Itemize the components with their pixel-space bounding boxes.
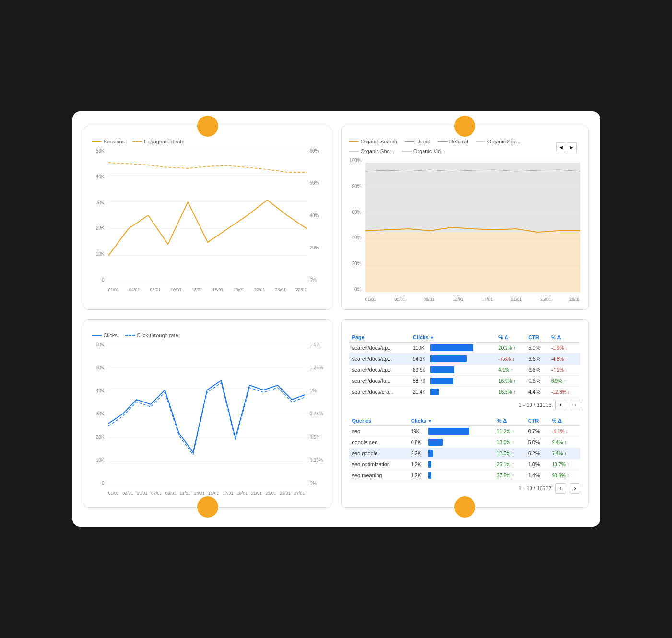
page-name: search/docs/cra... — [349, 387, 411, 398]
query-ctr: 1.0% — [525, 459, 549, 470]
table-row: search/docs/fu... 58.7K 16.9% ↑ 0.6% 6.9… — [349, 376, 580, 387]
page-ctr: 6.6% — [525, 365, 548, 376]
page-ctr: 6.6% — [525, 354, 548, 365]
y-axis-right-3: 1.5%1.25%1%0.75%0.5%0.25%0% — [308, 342, 323, 486]
page-ctr-delta: 6.9% ↑ — [548, 376, 580, 387]
query-ctr-delta: 7.4% ↑ — [549, 448, 580, 459]
svg-marker-14 — [365, 232, 580, 292]
page-clicks: 21.4K — [410, 387, 495, 398]
query-clicks: 1.2K — [408, 470, 494, 481]
page-ctr: 4.4% — [525, 387, 548, 398]
queries-col-query[interactable]: Queries — [349, 416, 408, 426]
query-clicks: 2.2K — [408, 448, 494, 459]
table-row: google seo 6.8K 13.0% ↑ 5.0% 9.4% ↑ — [349, 437, 580, 448]
query-delta-pct: 12.0% ↑ — [494, 448, 525, 459]
chart-nav-prev[interactable]: ◄ — [556, 142, 566, 152]
page-name: search/docs/fu... — [349, 376, 411, 387]
pages-col-delta1[interactable]: % Δ — [495, 332, 525, 343]
query-delta-pct: 25.1% ↑ — [494, 459, 525, 470]
query-name: seo meaning — [349, 470, 408, 481]
y-axis-left-1: 50K40K30K20K10K0 — [92, 148, 106, 283]
pages-table-section: Page Clicks % Δ CTR % Δ search/docs/ap..… — [349, 332, 580, 410]
pages-col-clicks[interactable]: Clicks — [410, 332, 495, 343]
queries-prev-button[interactable]: ‹ — [555, 483, 566, 494]
x-axis-3: 01/0103/0105/0107/0109/0111/0113/0115/01… — [108, 491, 305, 496]
x-axis-1: 01/0104/0107/0110/0113/0116/0119/0122/01… — [108, 287, 307, 292]
queries-col-delta1[interactable]: % Δ — [494, 416, 525, 426]
queries-col-delta2[interactable]: % Δ — [549, 416, 580, 426]
page-ctr-delta: -1.9% ↓ — [548, 343, 580, 354]
pages-col-ctr[interactable]: CTR — [525, 332, 548, 343]
pages-prev-button[interactable]: ‹ — [555, 400, 566, 410]
query-delta-pct: 13.0% ↑ — [494, 437, 525, 448]
query-name: seo — [349, 426, 408, 437]
chart-organic-traffic: 100%80%60%40%20%0% — [349, 158, 580, 302]
legend-clicks: Clicks — [92, 332, 118, 338]
legend-organic-vid: Organic Vid... — [402, 148, 445, 154]
queries-col-clicks[interactable]: Clicks — [408, 416, 494, 426]
query-ctr: 1.4% — [525, 470, 549, 481]
legend-engagement: Engagement rate — [132, 139, 184, 144]
chart-nav-2[interactable]: ◄ ► — [556, 142, 577, 152]
table-row: seo google 2.2K 12.0% ↑ 6.2% 7.4% ↑ — [349, 448, 580, 459]
legend-organic-search: Organic Search — [349, 139, 397, 144]
table-row: search/docs/ap... 94.1K -7.6% ↓ 6.6% -4.… — [349, 354, 580, 365]
y-axis-right-1: 80%60%40%20%0% — [308, 148, 323, 283]
page-ctr-delta: -4.8% ↓ — [548, 354, 580, 365]
pages-col-delta2[interactable]: % Δ — [548, 332, 580, 343]
panel-organic-traffic: Organic Search Direct Referral Organic S… — [341, 126, 589, 310]
panel-organic-sessions: Sessions Engagement rate 50K40K30K20K10K… — [84, 126, 331, 310]
query-delta-pct: 37.8% ↑ — [494, 470, 525, 481]
table-row: search/docs/ap... 60.9K 4.1% ↑ 6.6% -7.1… — [349, 365, 580, 376]
badge-1 — [197, 116, 218, 137]
chart-nav-next[interactable]: ► — [567, 142, 577, 152]
legend-ctr: Click-through rate — [125, 332, 178, 338]
page-ctr-delta: -12.8% ↓ — [548, 387, 580, 398]
badge-3 — [197, 496, 218, 518]
page-delta-pct: 4.1% ↑ — [495, 365, 525, 376]
x-axis-2: 01/0105/0109/0113/0117/0121/0125/0129/01 — [365, 297, 580, 302]
panel-clicks-ctr: Clicks Click-through rate 60K50K40K30K20… — [84, 319, 331, 508]
panel-top-pages-queries: Page Clicks % Δ CTR % Δ search/docs/ap..… — [341, 319, 589, 508]
dashboard-grid: Sessions Engagement rate 50K40K30K20K10K… — [84, 126, 589, 508]
pages-pagination: 1 - 10 / 11113 ‹ › — [349, 400, 580, 410]
svg-panel1 — [108, 148, 307, 283]
page-clicks: 60.9K — [410, 365, 495, 376]
svg-panel2 — [365, 158, 580, 292]
page-delta-pct: -7.6% ↓ — [495, 354, 525, 365]
page-clicks: 94.1K — [410, 354, 495, 365]
page-name: search/docs/ap... — [349, 354, 411, 365]
panel3-legend: Clicks Click-through rate — [92, 332, 323, 338]
page-delta-pct: 20.2% ↑ — [495, 343, 525, 354]
query-ctr: 6.2% — [525, 448, 549, 459]
query-ctr-delta: 13.7% ↑ — [549, 459, 580, 470]
page-ctr: 0.6% — [525, 376, 548, 387]
table-row: search/docs/ap... 110K 20.2% ↑ 5.0% -1.9… — [349, 343, 580, 354]
pages-next-button[interactable]: › — [570, 400, 580, 410]
queries-next-button[interactable]: › — [570, 483, 580, 494]
badge-2 — [454, 116, 475, 137]
legend-direct: Direct — [405, 139, 430, 144]
chart-clicks-ctr: 60K50K40K30K20K10K0 1.5%1.25%1%0.75%0.5%… — [92, 342, 323, 496]
svg-marker-13 — [365, 171, 580, 232]
table-row: seo 19K 11.2% ↑ 0.7% -4.1% ↓ — [349, 426, 580, 437]
pages-col-page[interactable]: Page — [349, 332, 411, 343]
y-axis-left-2: 100%80%60%40%20%0% — [349, 158, 364, 292]
queries-table-section: Queries Clicks % Δ CTR % Δ seo 19K 11.2%… — [349, 416, 580, 494]
page-delta-pct: 16.5% ↑ — [495, 387, 525, 398]
main-container: Sessions Engagement rate 50K40K30K20K10K… — [72, 111, 600, 527]
y-axis-left-3: 60K50K40K30K20K10K0 — [92, 342, 106, 486]
badge-4 — [454, 496, 475, 518]
query-clicks: 1.2K — [408, 459, 494, 470]
query-name: google seo — [349, 437, 408, 448]
page-delta-pct: 16.9% ↑ — [495, 376, 525, 387]
page-ctr: 5.0% — [525, 343, 548, 354]
query-clicks: 6.8K — [408, 437, 494, 448]
query-ctr-delta: 9.4% ↑ — [549, 437, 580, 448]
svg-panel3 — [108, 342, 305, 486]
queries-col-ctr[interactable]: CTR — [525, 416, 549, 426]
query-delta-pct: 11.2% ↑ — [494, 426, 525, 437]
page-ctr-delta: -7.1% ↓ — [548, 365, 580, 376]
legend-sessions: Sessions — [92, 139, 125, 144]
pages-table: Page Clicks % Δ CTR % Δ search/docs/ap..… — [349, 332, 580, 398]
